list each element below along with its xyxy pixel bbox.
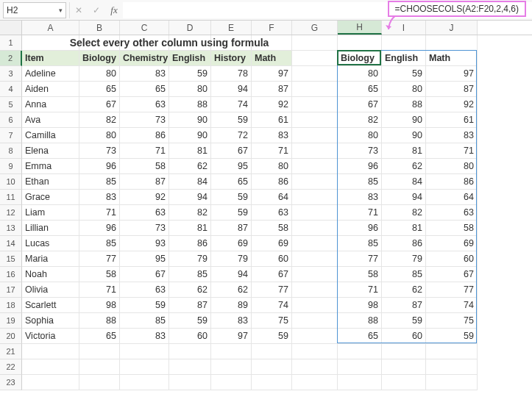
row-header[interactable]: 2 — [0, 51, 22, 66]
cell[interactable] — [292, 344, 338, 359]
cell[interactable] — [169, 344, 211, 359]
cell[interactable]: 58 — [338, 267, 382, 282]
cell[interactable] — [292, 51, 338, 66]
cell[interactable]: 81 — [382, 143, 426, 159]
cell[interactable] — [292, 82, 338, 97]
cell[interactable] — [292, 282, 338, 298]
cell[interactable]: 88 — [169, 97, 211, 112]
cell[interactable] — [120, 35, 169, 51]
cell[interactable] — [292, 128, 338, 143]
cell[interactable]: 74 — [426, 298, 478, 313]
cell[interactable]: 67 — [79, 97, 120, 112]
cell[interactable]: 94 — [169, 190, 211, 205]
cell[interactable] — [292, 267, 338, 282]
accept-formula-icon[interactable]: ✓ — [88, 2, 105, 18]
cell[interactable]: 60 — [169, 329, 211, 344]
cell[interactable]: 85 — [338, 236, 382, 251]
row-header[interactable]: 18 — [0, 298, 22, 313]
cell[interactable]: 87 — [382, 298, 426, 313]
cell[interactable]: 80 — [79, 128, 120, 143]
cell[interactable] — [79, 375, 120, 390]
cell[interactable] — [382, 344, 426, 359]
row-header[interactable]: 12 — [0, 205, 22, 221]
cell[interactable]: 61 — [426, 112, 478, 128]
column-header-A[interactable]: A — [22, 21, 79, 35]
cell[interactable]: 94 — [211, 82, 252, 97]
cell[interactable]: 62 — [382, 159, 426, 174]
cell[interactable] — [22, 344, 79, 359]
cell[interactable]: Math — [426, 51, 478, 66]
cell[interactable]: 77 — [79, 251, 120, 267]
cell[interactable]: 88 — [338, 313, 382, 329]
cell[interactable]: 92 — [120, 190, 169, 205]
cell[interactable]: English — [169, 51, 211, 66]
cell[interactable]: 83 — [252, 128, 292, 143]
cell[interactable] — [426, 375, 478, 390]
cell[interactable]: 84 — [382, 174, 426, 190]
cell[interactable] — [292, 97, 338, 112]
cell[interactable]: 96 — [79, 159, 120, 174]
column-header-D[interactable]: D — [169, 21, 211, 35]
cell[interactable]: 67 — [120, 267, 169, 282]
row-header[interactable]: 11 — [0, 190, 22, 205]
row-header[interactable]: 21 — [0, 344, 22, 359]
cell[interactable]: 85 — [338, 174, 382, 190]
cell[interactable]: 59 — [426, 329, 478, 344]
cell[interactable]: 75 — [426, 313, 478, 329]
cell[interactable] — [211, 359, 252, 375]
row-header[interactable]: 7 — [0, 128, 22, 143]
cell[interactable] — [292, 190, 338, 205]
cell[interactable] — [426, 344, 478, 359]
cell[interactable]: 59 — [211, 190, 252, 205]
cell[interactable]: 78 — [211, 66, 252, 82]
cell[interactable]: Biology — [338, 51, 382, 66]
cell[interactable]: Aiden — [22, 82, 79, 97]
cell[interactable] — [211, 375, 252, 390]
cell[interactable]: 80 — [79, 66, 120, 82]
cell[interactable]: 71 — [338, 205, 382, 221]
cell[interactable]: 65 — [338, 82, 382, 97]
cell[interactable]: 82 — [338, 112, 382, 128]
cell[interactable] — [22, 375, 79, 390]
cell[interactable]: 65 — [120, 82, 169, 97]
cell[interactable] — [338, 359, 382, 375]
cell[interactable]: 60 — [426, 251, 478, 267]
cell[interactable] — [79, 35, 120, 51]
cell[interactable]: 59 — [120, 298, 169, 313]
cell[interactable] — [426, 359, 478, 375]
cell[interactable]: 67 — [426, 267, 478, 282]
cell[interactable] — [338, 375, 382, 390]
cell[interactable]: 80 — [338, 66, 382, 82]
cell[interactable]: 79 — [169, 251, 211, 267]
cell[interactable]: History — [211, 51, 252, 66]
row-header[interactable]: 5 — [0, 97, 22, 112]
cell[interactable]: Camilla — [22, 128, 79, 143]
row-header[interactable]: 10 — [0, 174, 22, 190]
cell[interactable]: 93 — [120, 236, 169, 251]
cell[interactable] — [292, 236, 338, 251]
cell[interactable]: 71 — [79, 282, 120, 298]
cell[interactable]: 81 — [169, 143, 211, 159]
column-header-E[interactable]: E — [211, 21, 252, 35]
cell[interactable]: 87 — [252, 82, 292, 97]
row-header[interactable]: 15 — [0, 251, 22, 267]
row-header[interactable]: 4 — [0, 82, 22, 97]
cell[interactable]: 94 — [211, 267, 252, 282]
cell[interactable]: 60 — [252, 251, 292, 267]
row-header[interactable]: 14 — [0, 236, 22, 251]
cell[interactable]: 90 — [382, 112, 426, 128]
cell[interactable]: Victoria — [22, 329, 79, 344]
cell[interactable]: 59 — [169, 313, 211, 329]
cell[interactable]: 98 — [79, 298, 120, 313]
cell[interactable] — [120, 344, 169, 359]
cell[interactable]: 74 — [211, 97, 252, 112]
cell[interactable] — [292, 174, 338, 190]
cell[interactable]: 75 — [252, 313, 292, 329]
cell[interactable]: 59 — [252, 329, 292, 344]
cell[interactable]: 92 — [252, 97, 292, 112]
cell[interactable]: 80 — [252, 159, 292, 174]
cell[interactable]: 61 — [252, 112, 292, 128]
cell[interactable] — [79, 359, 120, 375]
cell[interactable]: 73 — [120, 221, 169, 236]
cell[interactable]: Ava — [22, 112, 79, 128]
